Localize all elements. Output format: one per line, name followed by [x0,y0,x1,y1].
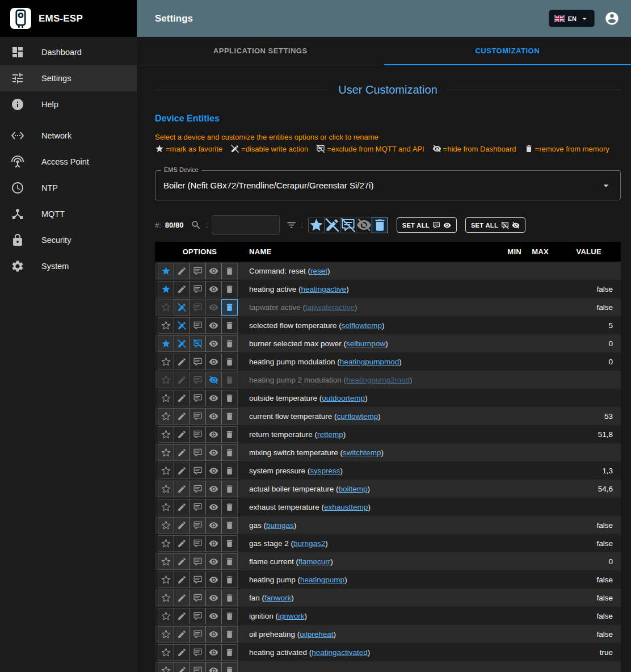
favorite-star-button[interactable] [158,426,174,443]
account-icon[interactable] [604,11,620,26]
entity-shortname-link[interactable]: selburnpow [346,339,385,348]
exclude-mqtt-button[interactable] [190,317,206,334]
disable-write-button[interactable] [174,444,190,461]
set-all-hide-button[interactable]: SET ALL [465,217,525,233]
exclude-mqtt-button[interactable] [190,499,206,515]
entity-shortname-link[interactable]: reset [310,267,327,275]
sidebar-item-security[interactable]: Security [0,227,137,253]
hide-dashboard-button[interactable] [205,281,222,297]
favorite-star-button[interactable] [158,662,174,672]
disable-write-button[interactable] [174,608,190,624]
remove-memory-button[interactable] [221,535,238,552]
entity-shortname-link[interactable]: oilpreheat [300,630,333,639]
exclude-mqtt-button[interactable] [190,463,206,479]
filter-hide-dashboard-toggle[interactable] [356,217,372,233]
hide-dashboard-button[interactable] [205,572,222,588]
favorite-star-button[interactable] [158,372,174,388]
exclude-mqtt-button[interactable] [190,590,206,606]
entity-row[interactable]: outside temperature (outdoortemp) [155,389,621,407]
exclude-mqtt-button[interactable] [190,481,206,497]
hide-dashboard-button[interactable] [205,590,222,606]
entity-shortname-link[interactable]: boiltemp [339,485,368,493]
entity-row[interactable]: exhaust temperature (exhausttemp) [155,498,621,516]
entity-shortname-link[interactable]: curflowtemp [337,412,378,421]
entity-shortname-link[interactable]: flamecurr [298,557,330,566]
hide-dashboard-button[interactable] [205,463,222,479]
disable-write-button[interactable] [174,662,190,672]
entity-shortname-link[interactable]: fanwork [264,594,291,602]
entity-row[interactable]: gas stage 2 (burngas2)false [155,534,621,552]
entity-shortname-link[interactable]: ignwork [278,612,305,620]
hide-dashboard-button[interactable] [205,335,222,352]
exclude-mqtt-button[interactable] [190,662,206,672]
disable-write-button[interactable] [174,644,190,661]
entity-row[interactable]: actual boiler temperature (boiltemp)54,6 [155,480,621,498]
exclude-mqtt-button[interactable] [190,390,206,406]
hide-dashboard-button[interactable] [205,299,222,316]
entity-row[interactable]: heating activated (heatingactivated)true [155,643,621,661]
exclude-mqtt-button[interactable] [190,535,206,552]
entity-row[interactable]: mixing switch temperature (switchtemp) [155,443,621,461]
filter-disable-write-toggle[interactable] [324,217,340,233]
filter-favorite-toggle[interactable] [308,217,325,233]
favorite-star-button[interactable] [158,481,174,497]
exclude-mqtt-button[interactable] [190,299,206,316]
ems-device-select[interactable]: EMS Device Boiler (Nefit GBx72/Trendline… [155,170,621,200]
favorite-star-button[interactable] [158,408,174,425]
sidebar-item-access-point[interactable]: Access Point [0,149,137,175]
entity-shortname-link[interactable]: heatingpump2mod [346,376,410,384]
favorite-star-button[interactable] [158,263,174,279]
hide-dashboard-button[interactable] [205,626,222,642]
entity-shortname-link[interactable]: exhausttemp [324,503,368,511]
entity-row[interactable]: system pressure (syspress)1,3 [155,461,621,480]
exclude-mqtt-button[interactable] [190,408,206,425]
exclude-mqtt-button[interactable] [190,572,206,588]
exclude-mqtt-button[interactable] [190,644,206,661]
favorite-star-button[interactable] [158,608,174,624]
disable-write-button[interactable] [174,572,190,588]
hide-dashboard-button[interactable] [205,535,222,552]
entity-row[interactable]: oil preheating (oilpreheat)false [155,625,621,643]
hide-dashboard-button[interactable] [205,553,222,570]
favorite-star-button[interactable] [158,335,174,352]
favorite-star-button[interactable] [158,444,174,461]
entity-shortname-link[interactable]: burngas [266,521,294,530]
remove-memory-button[interactable] [221,662,238,672]
disable-write-button[interactable] [174,535,190,552]
exclude-mqtt-button[interactable] [190,372,206,388]
filter-remove-memory-toggle[interactable] [372,217,388,233]
disable-write-button[interactable] [174,426,190,443]
disable-write-button[interactable] [174,354,190,370]
exclude-mqtt-button[interactable] [190,281,206,297]
exclude-mqtt-button[interactable] [190,354,206,370]
remove-memory-button[interactable] [221,499,238,515]
disable-write-button[interactable] [174,626,190,642]
language-selector[interactable]: EN [549,10,595,27]
entity-row[interactable]: heating pump modulation (heatingpumpmod)… [155,352,621,371]
remove-memory-button[interactable] [221,553,238,570]
remove-memory-button[interactable] [221,317,238,334]
favorite-star-button[interactable] [158,499,174,515]
disable-write-button[interactable] [174,481,190,497]
remove-memory-button[interactable] [221,626,238,642]
hide-dashboard-button[interactable] [205,317,222,334]
remove-memory-button[interactable] [221,444,238,461]
hide-dashboard-button[interactable] [205,517,222,534]
disable-write-button[interactable] [174,263,190,279]
disable-write-button[interactable] [174,463,190,479]
entity-row[interactable]: heating pump (heatingpump)false [155,570,621,589]
disable-write-button[interactable] [174,372,190,388]
hide-dashboard-button[interactable] [205,444,222,461]
hide-dashboard-button[interactable] [205,390,222,406]
disable-write-button[interactable] [174,335,190,352]
remove-memory-button[interactable] [221,372,238,388]
search-input[interactable] [212,215,280,235]
remove-memory-button[interactable] [221,281,238,297]
entity-shortname-link[interactable]: heatingpump [300,576,344,584]
entity-row[interactable]: ignition (ignwork)false [155,607,621,625]
exclude-mqtt-button[interactable] [190,444,206,461]
hide-dashboard-button[interactable] [205,644,222,661]
remove-memory-button[interactable] [221,517,238,534]
entity-shortname-link[interactable]: burngas2 [293,539,325,548]
entity-shortname-link[interactable]: heatingpumpmod [340,358,399,366]
